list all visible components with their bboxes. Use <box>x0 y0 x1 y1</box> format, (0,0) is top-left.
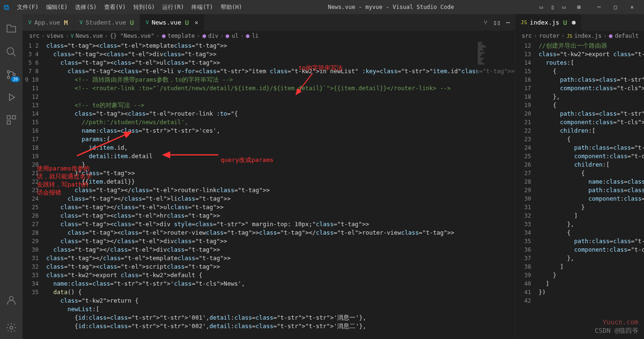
tab-actions: ⑂ ▯▯ ⋯ <box>479 14 514 31</box>
more-icon[interactable]: ⋯ <box>506 19 510 26</box>
minimap[interactable]: ████████████████████████████████████████… <box>477 41 515 339</box>
tab-index-js[interactable]: JSindex.jsU <box>515 14 582 31</box>
maximize-button[interactable]: ▢ <box>607 0 624 14</box>
breadcrumb-left[interactable]: src› views› VNews.vue› {} "News.vue"› ⬢t… <box>23 31 515 41</box>
menu-bar: 文件(F) 编辑(E) 选择(S) 查看(V) 转到(G) 运行(R) 终端(T… <box>14 1 246 13</box>
code-content[interactable]: //创建并导出一个路由器class="t-kw2">export class="… <box>539 41 644 339</box>
menu-terminal[interactable]: 终端(T) <box>188 1 216 13</box>
svg-point-8 <box>10 326 13 329</box>
layout-icon[interactable]: ▯ <box>548 3 557 11</box>
close-button[interactable]: ✕ <box>624 0 640 14</box>
tab-news-vue[interactable]: VNews.vueU✕ <box>140 14 205 31</box>
titlebar: ⧉ 文件(F) 编辑(E) 选择(S) 查看(V) 转到(G) 运行(R) 终端… <box>0 0 644 14</box>
svg-rect-4 <box>7 116 10 119</box>
extensions-icon[interactable] <box>0 109 23 131</box>
menu-help[interactable]: 帮助(H) <box>217 1 246 13</box>
close-icon[interactable]: ✕ <box>195 19 198 26</box>
activity-bar: 39 <box>0 14 23 339</box>
code-content[interactable]: class="t-tag"><class="t-el">templateclas… <box>46 41 515 339</box>
menu-edit[interactable]: 编辑(E) <box>43 1 71 13</box>
svg-point-1 <box>8 71 10 73</box>
tabs-right: JSindex.jsU ▷ ▯▯ ⋯ <box>515 14 644 31</box>
breadcrumb-right[interactable]: src› router› JSindex.js› ⬢default <box>515 31 644 41</box>
svg-rect-6 <box>7 121 10 124</box>
editor-group-right: JSindex.jsU ▷ ▯▯ ⋯ src› router› JSindex.… <box>515 14 644 339</box>
code-area-right[interactable]: 12 13 14 15 16 17 18 19 20 21 22 23 24 2… <box>515 41 644 339</box>
tab-app-vue[interactable]: VApp.vueM <box>23 14 74 31</box>
svg-rect-5 <box>12 116 16 119</box>
vscode-icon: ⧉ <box>4 3 9 12</box>
scm-badge: 39 <box>11 76 20 82</box>
code-area-left[interactable]: 1 2 3 4 5 6 7 8 9 10 11 12 13 14 15 16 1… <box>23 41 515 339</box>
layout-icon[interactable]: ⊞ <box>574 3 584 11</box>
minimize-button[interactable]: ─ <box>591 0 607 14</box>
menu-goto[interactable]: 转到(G) <box>130 1 158 13</box>
settings-icon[interactable] <box>0 316 23 339</box>
menu-run[interactable]: 运行(R) <box>159 1 187 13</box>
watermark: Yuucn.com <box>603 318 638 326</box>
layout-controls: ▭ ▯ ▭ ⊞ <box>537 3 584 11</box>
editor-group-left: VApp.vueM VStudent.vueU VNews.vueU✕ ⑂ ▯▯… <box>23 14 515 339</box>
split-icon[interactable]: ▯▯ <box>493 19 501 26</box>
gutter: 1 2 3 4 5 6 7 8 9 10 11 12 13 14 15 16 1… <box>23 41 46 339</box>
watermark: CSDN @猫四爷 <box>594 327 638 335</box>
account-icon[interactable] <box>0 289 23 312</box>
gutter: 12 13 14 15 16 17 18 19 20 21 22 23 24 2… <box>515 41 539 339</box>
svg-point-0 <box>7 48 14 54</box>
window-title: News.vue - myvue - Visual Studio Code <box>246 4 537 10</box>
debug-icon[interactable] <box>0 86 23 109</box>
svg-point-2 <box>8 76 10 79</box>
unsaved-icon <box>572 21 576 25</box>
menu-select[interactable]: 选择(S) <box>72 1 100 13</box>
layout-icon[interactable]: ▭ <box>537 3 546 11</box>
explorer-icon[interactable] <box>0 18 23 41</box>
window-controls: ─ ▢ ✕ <box>591 0 640 14</box>
compare-icon[interactable]: ⑂ <box>484 19 487 26</box>
svg-point-3 <box>13 74 16 76</box>
menu-file[interactable]: 文件(F) <box>14 1 42 13</box>
layout-icon[interactable]: ▭ <box>559 3 569 11</box>
tabs-left: VApp.vueM VStudent.vueU VNews.vueU✕ ⑂ ▯▯… <box>23 14 515 31</box>
svg-point-7 <box>9 297 13 300</box>
source-control-icon[interactable]: 39 <box>0 63 23 86</box>
menu-view[interactable]: 查看(V) <box>101 1 129 13</box>
search-icon[interactable] <box>0 41 23 63</box>
tab-student-vue[interactable]: VStudent.vueU <box>74 14 140 31</box>
